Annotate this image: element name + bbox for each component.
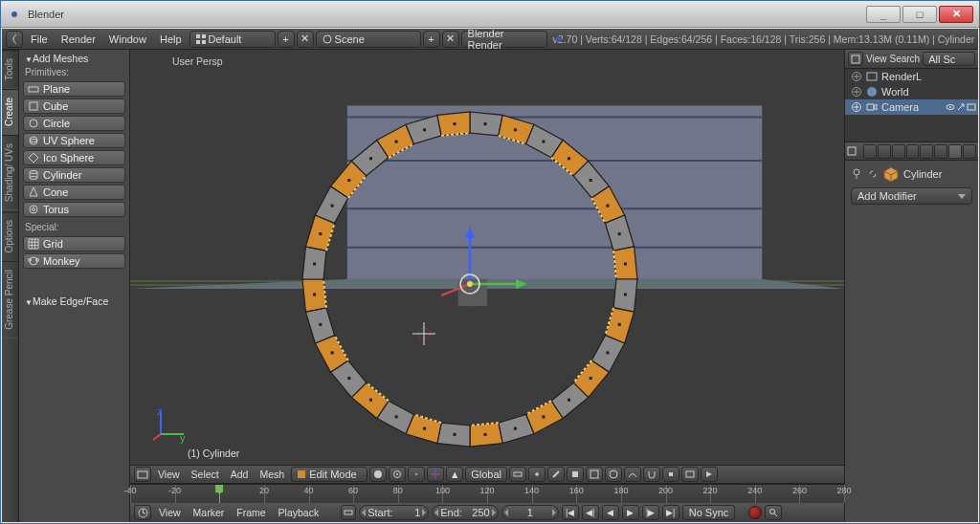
limit-sel-icon[interactable] (586, 467, 603, 482)
v3d-menu-add[interactable]: Add (226, 469, 254, 480)
sel-face-icon[interactable] (567, 467, 584, 482)
window-minimize-button[interactable]: _ (866, 6, 901, 23)
window-close-button[interactable]: ✕ (939, 6, 973, 23)
tl-sync-dropdown[interactable]: No Sync (682, 505, 736, 520)
tl-current-field[interactable]: 1 (501, 505, 559, 520)
manip-toggle[interactable] (427, 467, 444, 482)
snap-icon[interactable] (643, 467, 660, 482)
tl-play-rev-button[interactable]: ◀ (602, 505, 619, 520)
menu-help[interactable]: Help (154, 33, 188, 45)
tl-jump-start-button[interactable]: |◀ (562, 505, 579, 520)
add-cylinder-button[interactable]: Cylinder (23, 167, 125, 183)
sel-vertex-icon[interactable] (528, 467, 546, 482)
timeline-ruler[interactable]: -40-200204060801001201401601802002202402… (130, 485, 844, 503)
tl-menu-view[interactable]: View (154, 507, 186, 518)
render-icon[interactable] (967, 102, 976, 112)
menu-window[interactable]: Window (103, 33, 152, 45)
prop-tab-world[interactable] (906, 144, 920, 159)
prop-falloff-icon[interactable] (624, 467, 641, 482)
scene-dropdown[interactable]: Scene (316, 31, 421, 48)
add-cone-button[interactable]: Cone (23, 185, 125, 200)
editor-type-outliner-icon[interactable] (848, 52, 863, 66)
tl-range-toggle[interactable] (341, 505, 356, 520)
add-torus-button[interactable]: Torus (23, 202, 125, 217)
scene-add[interactable]: + (423, 31, 440, 48)
tl-menu-marker[interactable]: Marker (189, 507, 230, 518)
render-anim-icon[interactable] (701, 467, 718, 482)
outliner-item-renderlayers[interactable]: RenderL (845, 69, 978, 84)
arrow-icon[interactable] (956, 102, 966, 112)
shading-icon[interactable] (369, 467, 387, 482)
tl-play-button[interactable]: ▶ (622, 505, 639, 520)
eye-icon[interactable] (946, 102, 955, 112)
layers-button[interactable] (509, 467, 526, 482)
outliner-display-dropdown[interactable]: All Sc (923, 52, 975, 66)
editor-type-properties-icon[interactable] (847, 146, 862, 156)
outliner-menu-view[interactable]: View (866, 54, 887, 64)
scene-remove[interactable]: ✕ (442, 31, 459, 48)
add-grid-button[interactable]: Grid (23, 236, 125, 251)
add-modifier-dropdown[interactable]: Add Modifier (851, 187, 972, 205)
tl-end-field[interactable]: End: 250 (432, 505, 498, 520)
orientation-dropdown[interactable]: Global (465, 467, 507, 482)
tl-start-field[interactable]: Start: 1 (359, 505, 429, 520)
outliner[interactable]: RenderL World Camera (845, 69, 978, 142)
prop-tab-render[interactable] (863, 144, 877, 159)
vtab-create[interactable]: Create (2, 89, 18, 135)
vtab-options[interactable]: Options (2, 211, 18, 261)
pin-icon[interactable] (851, 168, 862, 180)
menu-file[interactable]: File (25, 33, 54, 45)
menu-render[interactable]: Render (56, 33, 101, 45)
screen-layout-dropdown[interactable]: Default (189, 31, 276, 48)
panel-make-edge-face[interactable]: Make Edge/Face (19, 293, 129, 310)
prop-tab-constraints[interactable] (934, 144, 947, 159)
tl-jump-end-button[interactable]: ▶| (662, 505, 679, 520)
outliner-item-camera[interactable]: Camera (845, 99, 978, 115)
sel-edge-icon[interactable] (547, 467, 565, 482)
3d-viewport[interactable]: z y User Persp (1) Cylinder (130, 50, 844, 465)
pivot-icon[interactable] (389, 467, 406, 482)
prop-edit-icon[interactable] (605, 467, 622, 482)
v3d-menu-mesh[interactable]: Mesh (255, 469, 289, 480)
mode-dropdown[interactable]: Edit Mode (291, 467, 368, 482)
pivot-align-icon[interactable] (408, 467, 425, 482)
tl-keying-set-dropdown[interactable] (765, 505, 782, 520)
render-preview-icon[interactable] (681, 467, 699, 482)
tl-autokey-button[interactable] (748, 506, 762, 519)
prop-tab-data[interactable] (963, 144, 976, 159)
add-icosphere-button[interactable]: Ico Sphere (23, 150, 125, 165)
editor-type-icon[interactable] (6, 31, 23, 48)
tl-prev-key-button[interactable]: ◀| (582, 505, 599, 520)
vtab-shading-uvs[interactable]: Shading/ UVs (2, 135, 18, 210)
render-engine-dropdown[interactable]: Blender Render (461, 31, 547, 48)
prop-tab-object[interactable] (920, 144, 933, 159)
snap-target-icon[interactable] (662, 467, 679, 482)
add-uvsphere-button[interactable]: UV Sphere (23, 133, 125, 148)
add-monkey-button[interactable]: Monkey (23, 253, 125, 269)
add-circle-button[interactable]: Circle (23, 116, 125, 131)
screen-layout-add[interactable]: + (278, 31, 295, 48)
tl-menu-playback[interactable]: Playback (274, 507, 324, 518)
prop-tab-renderlayers[interactable] (878, 144, 891, 159)
prop-tab-scene[interactable] (892, 144, 905, 159)
outliner-menu-search[interactable]: Search (890, 54, 921, 64)
window-maximize-button[interactable]: □ (902, 6, 937, 23)
add-plane-button[interactable]: Plane (23, 81, 125, 97)
prop-tab-modifiers[interactable] (948, 144, 962, 159)
manipulator-icon[interactable] (412, 227, 527, 341)
outliner-item-world[interactable]: World (845, 84, 978, 99)
v3d-menu-view[interactable]: View (153, 469, 185, 480)
tl-menu-frame[interactable]: Frame (232, 507, 270, 518)
tl-next-key-button[interactable]: |▶ (642, 505, 659, 520)
vtab-grease-pencil[interactable]: Grease Pencil (2, 261, 18, 338)
panel-add-meshes[interactable]: Add Meshes (19, 50, 129, 67)
manip-translate-icon[interactable]: ▲ (446, 467, 463, 482)
screen-layout-remove[interactable]: ✕ (297, 31, 314, 48)
editor-type-view3d-icon[interactable] (134, 467, 151, 482)
title-bar[interactable]: Blender _ □ ✕ (1, 1, 979, 28)
svg-marker-12 (29, 153, 38, 163)
v3d-menu-select[interactable]: Select (187, 469, 224, 480)
editor-type-timeline-icon[interactable] (134, 505, 151, 520)
vtab-tools[interactable]: Tools (2, 50, 18, 89)
add-cube-button[interactable]: Cube (23, 98, 125, 114)
